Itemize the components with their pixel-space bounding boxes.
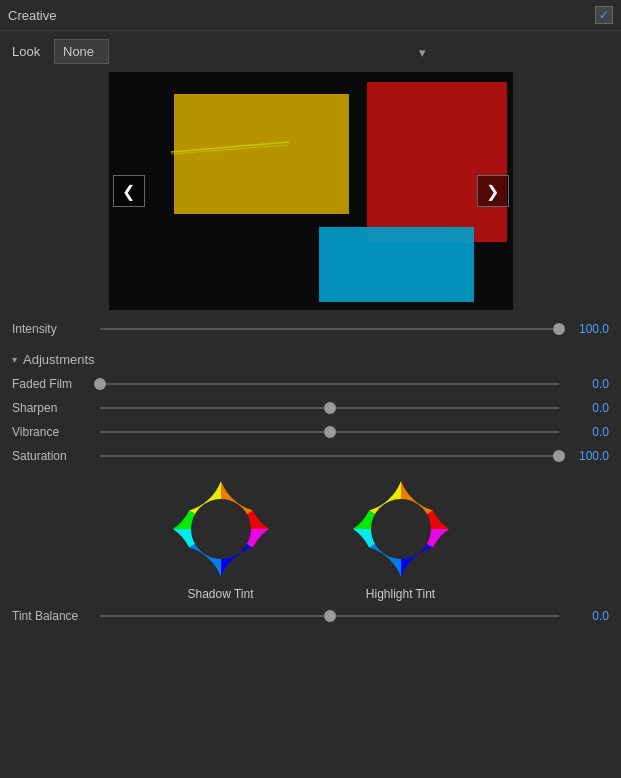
look-row: Look None Aged Cold Warm Faded Vivid [0,31,621,72]
intensity-row: Intensity 100.0 [12,322,609,336]
tint-balance-section: Tint Balance 0.0 [0,609,621,623]
adjustments-header[interactable]: ▾ Adjustments [0,346,621,377]
highlight-tint-item: Highlight Tint [351,479,451,601]
tint-balance-row: Tint Balance 0.0 [12,609,609,623]
highlight-tint-label: Highlight Tint [366,587,435,601]
svg-point-10 [371,499,431,559]
adjustments-sliders: Faded Film 0.0 Sharpen 0.0 Vibrance 0.0 [0,377,621,463]
shadow-tint-label: Shadow Tint [187,587,253,601]
panel-header: Creative [0,0,621,31]
shadow-tint-item: Shadow Tint [171,479,271,601]
preview-image: ❮ ❯ [109,72,513,310]
sharpen-slider[interactable] [100,407,559,409]
tint-balance-slider[interactable] [100,615,559,617]
panel-checkbox[interactable] [595,6,613,24]
svg-rect-2 [367,82,507,242]
look-select-wrapper: None Aged Cold Warm Faded Vivid [54,39,434,64]
sharpen-value: 0.0 [567,401,609,415]
saturation-label: Saturation [12,449,92,463]
faded-film-label: Faded Film [12,377,92,391]
svg-rect-3 [319,227,474,302]
intensity-slider[interactable] [100,328,559,330]
collapse-icon: ▾ [12,354,17,365]
look-label: Look [12,44,42,59]
prev-arrow[interactable]: ❮ [113,175,145,207]
tint-balance-value: 0.0 [567,609,609,623]
saturation-slider[interactable] [100,455,559,457]
vibrance-row: Vibrance 0.0 [12,425,609,439]
saturation-value: 100.0 [567,449,609,463]
vibrance-value: 0.0 [567,425,609,439]
tint-balance-label: Tint Balance [12,609,92,623]
sharpen-row: Sharpen 0.0 [12,401,609,415]
next-arrow[interactable]: ❯ [477,175,509,207]
faded-film-slider[interactable] [100,383,559,385]
adjustments-label: Adjustments [23,352,95,367]
intensity-label: Intensity [12,322,92,336]
svg-rect-1 [174,94,349,214]
intensity-value: 100.0 [567,322,609,336]
vibrance-slider[interactable] [100,431,559,433]
shadow-tint-wheel[interactable] [171,479,271,579]
look-select[interactable]: None Aged Cold Warm Faded Vivid [54,39,109,64]
sharpen-label: Sharpen [12,401,92,415]
faded-film-value: 0.0 [567,377,609,391]
creative-panel: Creative Look None Aged Cold Warm Faded … [0,0,621,778]
vibrance-label: Vibrance [12,425,92,439]
intensity-section: Intensity 100.0 [0,322,621,336]
saturation-row: Saturation 100.0 [12,449,609,463]
faded-film-row: Faded Film 0.0 [12,377,609,391]
tint-section: Shadow Tint Highlight Tint [0,479,621,601]
highlight-tint-wheel[interactable] [351,479,451,579]
panel-title: Creative [8,8,56,23]
